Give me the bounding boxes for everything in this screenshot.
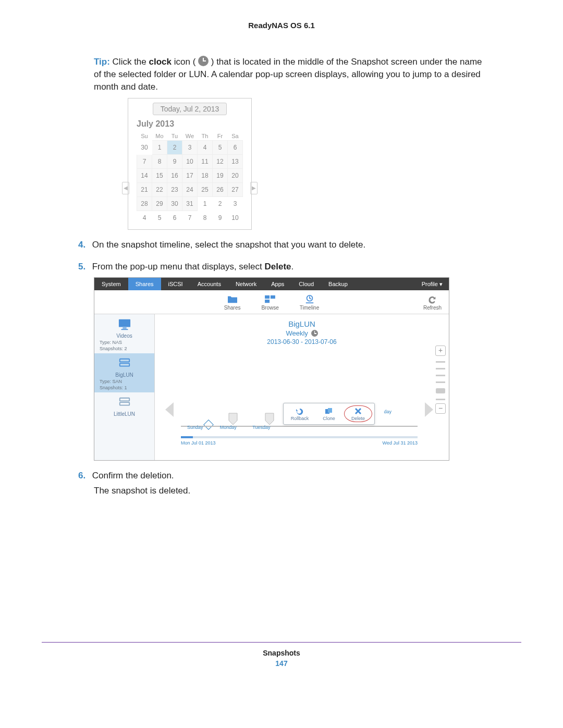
step-4: 4. On the snapshot timeline, select the … xyxy=(78,238,490,252)
step-text-pre: From the pop-up menu that displays, sele… xyxy=(92,262,265,272)
calendar-day[interactable]: 27 xyxy=(228,183,243,197)
calendar-day[interactable]: 6 xyxy=(167,211,182,225)
calendar-day[interactable]: 7 xyxy=(182,211,198,225)
topnav-tab-system[interactable]: System xyxy=(94,278,128,290)
calendar-day[interactable]: 17 xyxy=(182,169,198,183)
calendar-day[interactable]: 13 xyxy=(228,155,243,169)
calendar-day[interactable]: 29 xyxy=(152,197,167,211)
timeline-clock-icon xyxy=(304,294,315,304)
content-area: BigLUN Weekly 2013-06-30 - 2013-07-06 + xyxy=(155,314,449,460)
calendar-today-button[interactable]: Today, Jul 2, 2013 xyxy=(153,103,227,115)
tick-label: Tuesday xyxy=(252,425,270,430)
calendar-day[interactable]: 18 xyxy=(198,169,213,183)
step-number: 4. xyxy=(78,238,90,252)
sidebar-item-videos[interactable]: Videos Type: NAS Snapshots: 2 xyxy=(94,314,154,353)
calendar-day[interactable]: 10 xyxy=(182,155,198,169)
zoom-out-button[interactable]: − xyxy=(435,403,446,414)
calendar-day[interactable]: 31 xyxy=(182,197,198,211)
calendar-day[interactable]: 6 xyxy=(228,141,243,155)
menu-label: Clone xyxy=(323,416,335,421)
topnav-tab-apps[interactable]: Apps xyxy=(264,278,291,290)
calendar-day[interactable]: 4 xyxy=(137,211,152,225)
calendar-day[interactable]: 2 xyxy=(213,197,228,211)
topnav-tab-shares[interactable]: Shares xyxy=(128,278,161,290)
tip-text-1: Click the xyxy=(113,57,149,67)
calendar-day[interactable]: 8 xyxy=(152,155,167,169)
scroll-handle[interactable] xyxy=(436,388,445,393)
calendar-dow: Th xyxy=(198,132,213,141)
calendar-day[interactable]: 25 xyxy=(198,183,213,197)
calendar-day[interactable]: 8 xyxy=(198,211,213,225)
subnav-label: Browse xyxy=(261,305,278,311)
calendar-day[interactable]: 16 xyxy=(167,169,182,183)
zoom-in-button[interactable]: + xyxy=(435,346,446,356)
subnav-timeline[interactable]: Timeline xyxy=(300,294,319,311)
calendar-day[interactable]: 9 xyxy=(213,211,228,225)
calendar-day[interactable]: 1 xyxy=(152,141,167,155)
calendar-day[interactable]: 24 xyxy=(182,183,198,197)
calendar-day[interactable]: 23 xyxy=(167,183,182,197)
subnav-label: Timeline xyxy=(300,305,319,311)
calendar-day[interactable]: 4 xyxy=(198,141,213,155)
footer-rule xyxy=(42,642,521,643)
calendar-day[interactable]: 26 xyxy=(213,183,228,197)
calendar-day[interactable]: 30 xyxy=(137,141,152,155)
topnav-tab-iscsi[interactable]: iSCSI xyxy=(161,278,190,290)
calendar-prev-button[interactable]: ◀ xyxy=(122,182,129,194)
calendar-day[interactable]: 10 xyxy=(228,211,243,225)
timeline-prev-button[interactable] xyxy=(163,401,176,418)
profile-menu[interactable]: Profile ▾ xyxy=(415,281,449,288)
subnav-browse[interactable]: Browse xyxy=(261,294,278,311)
snapshot-marker[interactable] xyxy=(264,412,275,426)
lun-icon xyxy=(117,357,132,370)
subnav-shares[interactable]: Shares xyxy=(224,294,241,311)
calendar-day[interactable]: 22 xyxy=(152,183,167,197)
calendar-month-title: July 2013 xyxy=(137,119,246,129)
tip-paragraph: Tip: Click the clock icon ( ) that is lo… xyxy=(94,56,490,93)
calendar-popup: ◀ ▶ Today, Jul 2, 2013 July 2013 SuMoTuW… xyxy=(128,98,252,230)
calendar-day[interactable]: 19 xyxy=(213,169,228,183)
timeline-next-button[interactable] xyxy=(423,401,435,418)
topnav-tab-cloud[interactable]: Cloud xyxy=(291,278,321,290)
calendar-day[interactable]: 11 xyxy=(198,155,213,169)
calendar-day[interactable]: 15 xyxy=(152,169,167,183)
page-header: ReadyNAS OS 6.1 xyxy=(42,21,521,30)
refresh-button[interactable]: Refresh xyxy=(423,295,442,311)
calendar-day[interactable]: 1 xyxy=(198,197,213,211)
step-text-post: . xyxy=(291,262,294,272)
calendar-day[interactable]: 3 xyxy=(182,141,198,155)
calendar-next-button[interactable]: ▶ xyxy=(250,182,258,194)
calendar-day[interactable]: 28 xyxy=(137,197,152,211)
calendar-day[interactable]: 30 xyxy=(167,197,182,211)
timeline-controls: + − xyxy=(435,346,446,414)
calendar-day[interactable]: 20 xyxy=(228,169,243,183)
tick-label: Monday xyxy=(220,425,237,430)
timeline-scrollbar[interactable] xyxy=(181,436,418,438)
calendar-day[interactable]: 7 xyxy=(137,155,152,169)
calendar-day[interactable]: 3 xyxy=(228,197,243,211)
clock-icon xyxy=(198,56,209,66)
sidebar-item-littlelun[interactable]: LittleLUN xyxy=(94,392,154,419)
calendar-day[interactable]: 5 xyxy=(152,211,167,225)
clock-icon[interactable] xyxy=(311,330,318,337)
calendar-day[interactable]: 12 xyxy=(213,155,228,169)
calendar-dow: We xyxy=(182,132,198,141)
calendar-day[interactable]: 5 xyxy=(213,141,228,155)
scroll-mark xyxy=(436,399,445,400)
calendar-day[interactable]: 9 xyxy=(167,155,182,169)
rollback-button[interactable]: Rollback xyxy=(286,405,314,422)
clone-button[interactable]: Clone xyxy=(315,405,343,422)
topnav-tab-backup[interactable]: Backup xyxy=(321,278,355,290)
calendar-day[interactable]: 2 xyxy=(167,141,182,155)
topnav-tab-accounts[interactable]: Accounts xyxy=(190,278,228,290)
sidebar-item-biglun[interactable]: BigLUN Type: SAN Snapshots: 1 xyxy=(94,353,154,392)
snapshot-marker[interactable] xyxy=(228,412,238,426)
calendar-day[interactable]: 14 xyxy=(137,169,152,183)
delete-button[interactable]: Delete xyxy=(344,405,372,422)
refresh-label: Refresh xyxy=(423,305,442,311)
tip-text-2: icon ( xyxy=(174,57,198,67)
step-bold-delete: Delete xyxy=(264,262,291,272)
topnav-tab-network[interactable]: Network xyxy=(228,278,264,290)
sidebar-item-label: BigLUN xyxy=(96,372,152,378)
calendar-day[interactable]: 21 xyxy=(137,183,152,197)
